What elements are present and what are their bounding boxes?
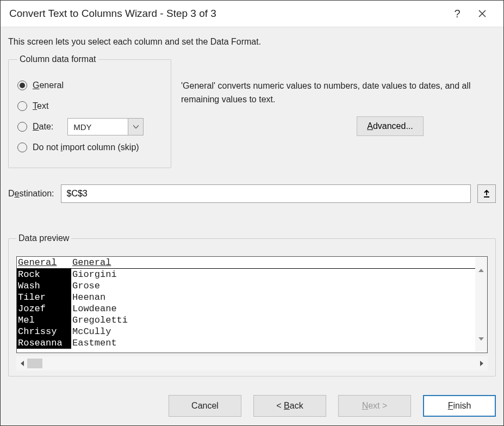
intro-text: This screen lets you select each column …	[8, 37, 496, 47]
titlebar: Convert Text to Columns Wizard - Step 3 …	[1, 1, 503, 27]
dialog-title: Convert Text to Columns Wizard - Step 3 …	[9, 8, 445, 20]
collapse-dialog-icon	[482, 189, 491, 198]
chevron-down-icon	[133, 125, 139, 128]
preview-body: RockGiorginiWashGroseTilerHeenanJozefLow…	[17, 269, 475, 349]
preview-cell: Mel	[17, 314, 71, 326]
wizard-dialog: Convert Text to Columns Wizard - Step 3 …	[0, 0, 504, 426]
preview-row[interactable]: ChrissyMcCully	[17, 326, 475, 337]
destination-row: Destination:	[8, 184, 496, 203]
scroll-up-icon	[478, 267, 484, 274]
radio-skip[interactable]: Do not import column (skip)	[17, 138, 162, 157]
finish-button[interactable]: Finish	[423, 395, 496, 417]
radio-icon	[17, 101, 27, 111]
scroll-right-icon	[479, 360, 484, 367]
date-format-value: MDY	[68, 119, 128, 135]
wizard-button-row: Cancel < Back Next > Finish	[1, 384, 503, 425]
preview-row[interactable]: TilerHeenan	[17, 292, 475, 303]
scroll-left-icon	[20, 360, 25, 367]
column-data-format-group: Column data format General Text Date: MD…	[8, 54, 171, 168]
horizontal-scrollbar[interactable]	[16, 356, 488, 371]
format-description-column: 'General' converts numeric values to num…	[181, 54, 496, 168]
preview-cell: Lowdeane	[71, 303, 475, 314]
radio-icon	[17, 81, 27, 90]
dialog-body: This screen lets you select each column …	[1, 27, 503, 384]
preview-row[interactable]: RoseannaEastment	[17, 337, 475, 349]
range-selector-button[interactable]	[477, 184, 496, 203]
preview-legend: Data preview	[16, 233, 71, 243]
top-row: Column data format General Text Date: MD…	[8, 54, 496, 168]
help-button[interactable]: ?	[445, 1, 470, 26]
date-format-select[interactable]: MDY	[67, 118, 144, 135]
preview-cell: Eastment	[71, 337, 475, 349]
preview-row[interactable]: JozefLowdeane	[17, 303, 475, 314]
preview-row[interactable]: WashGrose	[17, 280, 475, 292]
data-preview-group: Data preview General General RockGiorgin…	[8, 233, 496, 376]
vertical-scrollbar[interactable]	[475, 257, 487, 352]
preview-header-col[interactable]: General	[17, 257, 71, 268]
preview-cell: Gregoletti	[71, 314, 475, 326]
radio-icon	[17, 122, 27, 132]
close-button[interactable]	[470, 1, 495, 26]
preview-cell: McCully	[71, 326, 475, 337]
preview-cell: Grose	[71, 280, 475, 292]
format-description: 'General' converts numeric values to num…	[181, 79, 496, 107]
preview-cell: Roseanna	[17, 337, 71, 349]
radio-general[interactable]: General	[17, 76, 162, 95]
preview-header-col[interactable]: General	[71, 257, 475, 268]
radio-date[interactable]: Date: MDY	[17, 118, 162, 136]
close-icon	[478, 10, 486, 17]
preview-header-row: General General	[17, 257, 475, 269]
radio-general-label: General	[33, 81, 64, 90]
cancel-button[interactable]: Cancel	[169, 395, 241, 417]
preview-row[interactable]: RockGiorgini	[17, 269, 475, 280]
preview-cell: Giorgini	[71, 269, 475, 280]
radio-text[interactable]: Text	[17, 97, 162, 115]
preview-table[interactable]: General General RockGiorginiWashGroseTil…	[17, 257, 475, 353]
preview-row[interactable]: MelGregoletti	[17, 314, 475, 326]
scroll-down-icon	[478, 336, 484, 342]
next-button[interactable]: Next >	[338, 395, 411, 417]
preview-cell: Jozef	[17, 303, 71, 314]
preview-cell: Tiler	[17, 292, 71, 303]
radio-text-label: Text	[33, 101, 48, 111]
destination-label: Destination:	[8, 189, 54, 199]
preview-cell: Rock	[17, 269, 71, 280]
preview-cell: Chrissy	[17, 326, 71, 337]
preview-cell: Heenan	[71, 292, 475, 303]
radio-skip-label: Do not import column (skip)	[33, 143, 139, 152]
preview-cell: Wash	[17, 280, 71, 292]
advanced-button[interactable]: Advanced...	[357, 116, 424, 136]
format-legend: Column data format	[17, 54, 98, 64]
preview-table-wrap: General General RockGiorginiWashGroseTil…	[16, 256, 488, 353]
scrollbar-thumb[interactable]	[27, 359, 42, 368]
radio-date-label: Date:	[33, 122, 53, 132]
dropdown-button[interactable]	[128, 119, 143, 135]
destination-input[interactable]	[61, 184, 471, 203]
radio-icon	[17, 143, 27, 152]
back-button[interactable]: < Back	[253, 395, 326, 417]
